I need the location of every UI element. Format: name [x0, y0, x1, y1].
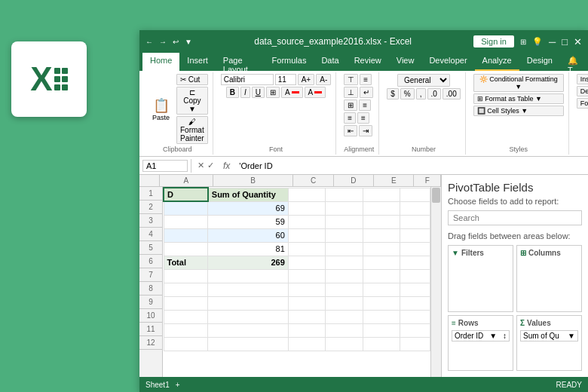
cell-b7[interactable]	[208, 269, 288, 283]
cancel-formula-icon[interactable]: ✕	[198, 161, 204, 170]
cell-e6[interactable]	[363, 256, 400, 269]
cell-c3[interactable]	[288, 215, 325, 228]
cell-d11[interactable]	[326, 323, 363, 337]
indent-decrease-button[interactable]: ⇤	[344, 125, 357, 136]
currency-button[interactable]: $	[387, 88, 399, 100]
border-button[interactable]: ⊞	[266, 87, 280, 98]
cell-e11[interactable]	[363, 323, 400, 337]
cell-b1[interactable]: Sum of Quantity	[208, 188, 288, 201]
cell-a8[interactable]	[164, 283, 208, 296]
col-header-b[interactable]: B	[213, 175, 294, 186]
name-box[interactable]	[142, 160, 188, 172]
cell-e7[interactable]	[363, 269, 400, 283]
filters-content[interactable]	[452, 260, 510, 283]
wrap-text-button[interactable]: ↵	[360, 87, 373, 98]
insert-button[interactable]: Insert ▼	[577, 74, 588, 84]
cell-b11[interactable]	[208, 323, 288, 337]
cell-b3[interactable]: 59	[208, 215, 288, 228]
row-num-12[interactable]: 12	[139, 336, 162, 350]
tab-home[interactable]: Home	[142, 53, 179, 71]
maximize-button[interactable]: □	[562, 36, 568, 47]
cell-d6[interactable]	[326, 256, 363, 269]
decrease-decimal-button[interactable]: .00	[443, 88, 461, 100]
cell-f5[interactable]	[400, 242, 430, 256]
customize-icon[interactable]: ▼	[185, 38, 192, 46]
cell-f2[interactable]	[400, 201, 430, 215]
cell-e4[interactable]	[363, 228, 400, 242]
number-format-select[interactable]: General Number Currency	[397, 74, 450, 87]
merge-center-button[interactable]: ⊞	[344, 100, 357, 111]
rows-dropdown-sort[interactable]: ↕	[503, 332, 507, 340]
fill-color-button[interactable]: A	[281, 87, 303, 98]
cell-styles-button[interactable]: 🔲 Cell Styles ▼	[473, 106, 564, 116]
bold-button[interactable]: B	[226, 87, 239, 98]
align-top-button[interactable]: ⊤	[344, 74, 358, 85]
delete-button[interactable]: Delete ▼	[577, 86, 588, 96]
cell-a12[interactable]	[164, 337, 208, 351]
values-dropdown[interactable]: Sum of Qu ▼	[520, 330, 578, 341]
cell-c11[interactable]	[288, 323, 325, 337]
cell-c6[interactable]	[288, 256, 325, 269]
cell-f6[interactable]	[400, 256, 430, 269]
cell-b4[interactable]: 60	[208, 228, 288, 242]
col-header-a[interactable]: A	[160, 175, 213, 186]
increase-decimal-button[interactable]: .0	[427, 88, 441, 100]
cell-a11[interactable]	[164, 323, 208, 337]
cell-a6[interactable]: Total	[164, 256, 208, 269]
cell-a7[interactable]	[164, 269, 208, 283]
cell-c2[interactable]	[288, 201, 325, 215]
forward-icon[interactable]: →	[159, 38, 167, 46]
cell-e10[interactable]	[363, 310, 400, 323]
cell-c4[interactable]	[288, 228, 325, 242]
decrease-font-button[interactable]: A-	[316, 74, 331, 85]
row-num-1[interactable]: 1	[139, 187, 162, 201]
comma-button[interactable]: ,	[416, 88, 426, 100]
cell-a2[interactable]	[164, 201, 208, 215]
cell-b2[interactable]: 69	[208, 201, 288, 215]
cell-a9[interactable]	[164, 296, 208, 310]
italic-button[interactable]: I	[240, 87, 250, 98]
cell-f10[interactable]	[400, 310, 430, 323]
cell-d10[interactable]	[326, 310, 363, 323]
scrollbar-thumb[interactable]	[432, 188, 440, 203]
cell-f9[interactable]	[400, 296, 430, 310]
add-sheet-button[interactable]: +	[176, 381, 180, 389]
cell-d12[interactable]	[326, 337, 363, 351]
font-name-input[interactable]	[221, 74, 274, 85]
row-num-10[interactable]: 10	[139, 309, 162, 323]
align-left-button[interactable]: ≡	[359, 100, 371, 111]
indent-increase-button[interactable]: ⇥	[359, 125, 372, 136]
cell-e3[interactable]	[363, 215, 400, 228]
format-as-table-button[interactable]: ⊞ Format as Table ▼	[473, 93, 564, 104]
cell-c10[interactable]	[288, 310, 325, 323]
cell-f12[interactable]	[400, 337, 430, 351]
copy-button[interactable]: ⊏ Copy ▼	[176, 87, 208, 115]
format-painter-button[interactable]: 🖌 Format Painter	[176, 116, 208, 144]
cell-d2[interactable]	[326, 201, 363, 215]
back-icon[interactable]: ←	[145, 38, 153, 46]
increase-font-button[interactable]: A+	[298, 74, 315, 85]
cell-f11[interactable]	[400, 323, 430, 337]
align-right-button[interactable]: ≡	[357, 112, 369, 124]
cell-c8[interactable]	[288, 283, 325, 296]
cell-d1[interactable]	[326, 188, 363, 201]
cut-button[interactable]: ✂ Cut	[176, 74, 208, 85]
cell-b9[interactable]	[208, 296, 288, 310]
col-header-c[interactable]: C	[293, 175, 333, 186]
pivot-search-input[interactable]	[448, 210, 582, 225]
minimize-button[interactable]: ─	[549, 36, 556, 47]
signin-button[interactable]: Sign in	[473, 35, 514, 47]
tab-design[interactable]: Design	[519, 53, 560, 71]
cell-b5[interactable]: 81	[208, 242, 288, 256]
tab-formulas[interactable]: Formulas	[265, 53, 314, 71]
cell-c12[interactable]	[288, 337, 325, 351]
confirm-formula-icon[interactable]: ✓	[207, 161, 214, 170]
row-num-3[interactable]: 3	[139, 214, 162, 228]
cell-e12[interactable]	[363, 337, 400, 351]
row-num-7[interactable]: 7	[139, 268, 162, 282]
format-button[interactable]: Format ▼	[577, 98, 588, 109]
cell-d8[interactable]	[326, 283, 363, 296]
conditional-formatting-button[interactable]: 🔆 Conditional Formatting ▼	[473, 74, 564, 92]
undo-icon[interactable]: ↩	[173, 38, 179, 46]
sheet-tab[interactable]: Sheet1	[145, 381, 170, 389]
